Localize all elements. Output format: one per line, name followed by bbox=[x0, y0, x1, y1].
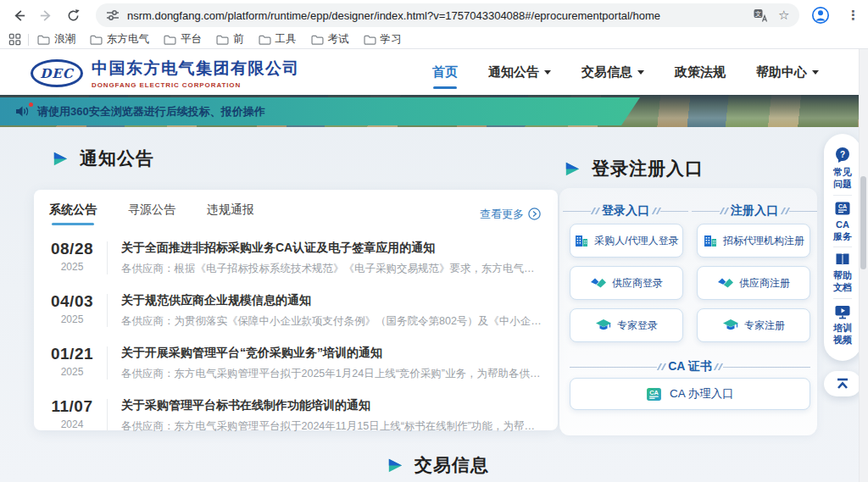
expert-register-button[interactable]: 专家注册 bbox=[697, 308, 810, 342]
notice-date: 04/032025 bbox=[47, 292, 97, 325]
nav-label: 帮助中心 bbox=[756, 64, 807, 80]
browser-window: nsrm.dongfang.com/platform/runtime/epp/d… bbox=[0, 0, 868, 482]
bookmark-label: 平台 bbox=[181, 32, 202, 47]
bookmark-folder[interactable]: 浪潮 bbox=[37, 32, 75, 47]
ticker-text: 请使用360安全浏览器进行后续投标、报价操作 bbox=[37, 104, 265, 119]
scrollbar-thumb[interactable] bbox=[860, 176, 866, 269]
button-label: 供应商注册 bbox=[739, 276, 790, 291]
expert-login-button[interactable]: 专家登录 bbox=[570, 308, 683, 342]
notice-date: 01/212025 bbox=[47, 345, 97, 378]
section-title-text: 交易信息 bbox=[415, 453, 489, 477]
bookmark-folder[interactable]: 平台 bbox=[164, 32, 202, 47]
site-header: DEC 中国东方电气集团有限公司 DONGFANG ELECTRIC CORPO… bbox=[0, 49, 868, 95]
notice-date: 11/072024 bbox=[47, 397, 97, 430]
bookmark-star-icon[interactable]: ☆ bbox=[778, 8, 789, 23]
ca-section-header: CA 证书 bbox=[570, 359, 810, 374]
translate-icon[interactable]: 文 bbox=[754, 8, 768, 22]
nav-item-policies[interactable]: 政策法规 bbox=[675, 64, 726, 80]
tab-violation-reports[interactable]: 违规通报 bbox=[207, 202, 254, 225]
nav-label: 交易信息 bbox=[581, 64, 632, 80]
register-header-label: 注册入口 bbox=[731, 203, 778, 219]
circle-arrow-icon bbox=[528, 208, 541, 220]
bookmark-folder[interactable]: 考试 bbox=[311, 32, 349, 47]
section-title-text: 通知公告 bbox=[80, 147, 154, 170]
purchaser-login-button[interactable]: 采购人/代理人登录 bbox=[570, 224, 683, 258]
svg-text:CA: CA bbox=[649, 388, 659, 396]
notice-title[interactable]: 关于开展采购管理平台“竞价采购业务”培训的通知 bbox=[121, 346, 542, 361]
agency-register-button[interactable]: 招标代理机构注册 bbox=[697, 224, 810, 258]
notice-list-item[interactable]: 01/212025 关于开展采购管理平台“竞价采购业务”培训的通知各供应商：东方… bbox=[47, 336, 542, 389]
browser-toolbar: nsrm.dongfang.com/platform/runtime/epp/d… bbox=[0, 0, 868, 30]
apps-grid-icon[interactable] bbox=[8, 33, 21, 46]
back-icon[interactable] bbox=[8, 4, 31, 26]
notice-tabs: 系统公告 寻源公告 违规通报 查看更多 bbox=[34, 190, 558, 225]
nav-item-notices[interactable]: 通知公告 bbox=[488, 64, 551, 80]
login-column-header: 登录入口 bbox=[563, 203, 688, 219]
bookmark-folder[interactable]: 前 bbox=[216, 32, 244, 47]
address-bar[interactable]: nsrm.dongfang.com/platform/runtime/epp/d… bbox=[96, 3, 799, 27]
view-more-label: 查看更多 bbox=[480, 207, 524, 222]
ca-apply-button[interactable]: CA CA 办理入口 bbox=[570, 378, 810, 410]
notice-list-item[interactable]: 11/072024 关于采购管理平台标书在线制作功能培训的通知各供应商：东方电气… bbox=[47, 389, 542, 441]
nav-item-help[interactable]: 帮助中心 bbox=[756, 64, 819, 80]
nav-item-trade[interactable]: 交易信息 bbox=[581, 64, 644, 80]
supplier-login-button[interactable]: 供应商登录 bbox=[570, 266, 683, 300]
login-section-title: 登录注册入口 bbox=[563, 157, 704, 180]
section-title-text: 登录注册入口 bbox=[592, 157, 704, 180]
notification-dot bbox=[29, 102, 33, 107]
notice-list-item[interactable]: 04/032025 关于规范供应商企业规模信息的通知各供应商：为贯彻落实《保障中… bbox=[47, 284, 542, 336]
scrollbar-track[interactable] bbox=[859, 49, 868, 482]
login-header-label: 登录入口 bbox=[602, 203, 649, 219]
profile-avatar-icon[interactable] bbox=[810, 4, 832, 26]
quickbar-item-help-docs[interactable]: 帮助 文档 bbox=[833, 247, 852, 298]
svg-text:CA: CA bbox=[838, 202, 847, 208]
notice-excerpt: 各供应商：根据《电子招标投标系统技术规范》《电子采购交易规范》要求，东方电气采购… bbox=[121, 262, 542, 276]
button-label: 专家注册 bbox=[744, 319, 785, 333]
bookmark-label: 考试 bbox=[328, 32, 349, 47]
url-text[interactable]: nsrm.dongfang.com/platform/runtime/epp/d… bbox=[127, 9, 754, 22]
chrome-menu-icon[interactable]: ⋮ bbox=[847, 8, 860, 23]
bookmark-label: 学习 bbox=[381, 32, 402, 47]
handshake-icon bbox=[717, 277, 734, 290]
reload-icon[interactable] bbox=[62, 4, 84, 26]
graduation-cap-icon bbox=[595, 319, 612, 332]
section-arrow-icon bbox=[51, 150, 69, 168]
view-more-link[interactable]: 查看更多 bbox=[480, 207, 541, 222]
button-label: 采购人/代理人登录 bbox=[594, 234, 678, 248]
building-icon bbox=[574, 233, 589, 248]
bookmark-folder[interactable]: 东方电气 bbox=[90, 32, 149, 47]
quickbar-item-ca-service[interactable]: CA CA 服务 bbox=[833, 196, 852, 247]
notice-title[interactable]: 关于采购管理平台标书在线制作功能培训的通知 bbox=[121, 398, 542, 413]
company-logo[interactable]: DEC 中国东方电气集团有限公司 DONGFANG ELECTRIC CORPO… bbox=[31, 58, 300, 89]
notice-title[interactable]: 关于规范供应商企业规模信息的通知 bbox=[121, 293, 542, 308]
tab-sourcing-notices[interactable]: 寻源公告 bbox=[128, 202, 175, 225]
announcement-ribbon: 请使用360安全浏览器进行后续投标、报价操作 bbox=[0, 97, 640, 125]
quickbar-label: CA 服务 bbox=[833, 219, 852, 243]
nav-item-home[interactable]: 首页 bbox=[432, 64, 458, 80]
floating-quickbar: ? 常见 问题 CA CA 服务 帮助 文档 培训 视频 bbox=[824, 134, 861, 361]
ca-header-label: CA 证书 bbox=[668, 359, 712, 374]
notice-card: 系统公告 寻源公告 违规通报 查看更多 08/282025 关于全面推进非招标采… bbox=[34, 190, 558, 430]
collapse-quickbar-button[interactable] bbox=[824, 371, 861, 396]
tab-system-notices[interactable]: 系统公告 bbox=[49, 202, 97, 225]
quickbar-item-training-videos[interactable]: 培训 视频 bbox=[833, 299, 852, 351]
bookmark-folder[interactable]: 学习 bbox=[364, 32, 402, 47]
quickbar-item-faq[interactable]: ? 常见 问题 bbox=[833, 141, 852, 195]
site-settings-icon[interactable] bbox=[106, 8, 120, 22]
button-label: 招标代理机构注册 bbox=[723, 234, 804, 248]
forward-icon[interactable] bbox=[36, 4, 58, 26]
notice-list-item[interactable]: 08/282025 关于全面推进非招标采购业务CA认证及电子签章应用的通知各供应… bbox=[47, 231, 542, 284]
button-label: 专家登录 bbox=[617, 319, 658, 333]
supplier-register-button[interactable]: 供应商注册 bbox=[697, 266, 810, 300]
to-top-icon bbox=[835, 377, 850, 391]
button-label: CA 办理入口 bbox=[670, 386, 734, 402]
handshake-icon bbox=[590, 277, 607, 290]
bookmark-folder[interactable]: 工具 bbox=[259, 32, 297, 47]
button-label: 供应商登录 bbox=[612, 276, 663, 291]
notice-title[interactable]: 关于全面推进非招标采购业务CA认证及电子签章应用的通知 bbox=[121, 241, 542, 256]
bookmark-label: 工具 bbox=[275, 32, 297, 47]
question-icon: ? bbox=[834, 147, 851, 163]
video-icon bbox=[834, 304, 851, 319]
ca-badge-icon: CA bbox=[646, 386, 662, 402]
divider bbox=[107, 346, 108, 380]
